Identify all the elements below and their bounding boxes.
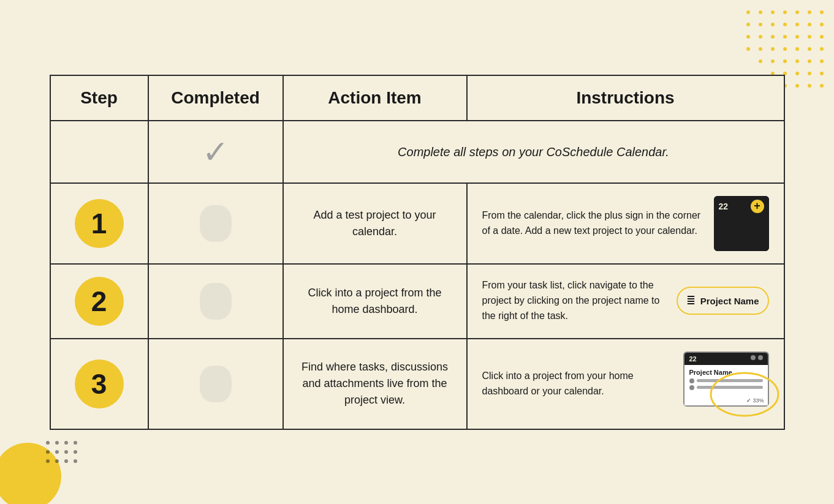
calendar-plus-icon: + [751, 200, 764, 213]
header-action-item: Action Item [283, 75, 467, 121]
svg-point-53 [64, 459, 68, 463]
svg-point-8 [759, 23, 762, 26]
checkbox-empty-1 [200, 205, 232, 242]
svg-point-29 [771, 59, 775, 63]
checkbox-empty-2 [200, 283, 232, 320]
row1-action-text: Add a test project to your calendar. [313, 209, 436, 238]
svg-point-45 [64, 441, 68, 445]
row3-action-text: Find where tasks, discussions and attach… [301, 361, 448, 406]
svg-point-37 [808, 72, 811, 75]
svg-point-25 [795, 47, 799, 51]
row3-completed-cell [148, 339, 283, 429]
svg-point-10 [783, 23, 787, 26]
main-table-wrapper: Step Completed Action Item Instructions … [50, 75, 785, 430]
svg-point-5 [808, 10, 811, 14]
row-1: 1 Add a test project to your calendar. F… [50, 183, 784, 264]
svg-point-44 [55, 441, 59, 445]
svg-point-42 [820, 84, 824, 88]
svg-point-13 [820, 23, 824, 26]
svg-point-20 [820, 35, 824, 39]
intro-step-cell [50, 121, 148, 183]
pv-date: 22 [689, 355, 697, 363]
project-pill-illustration: ≣ Project Name [677, 287, 769, 315]
svg-point-26 [808, 47, 811, 51]
svg-point-15 [759, 35, 762, 39]
row3-instructions-text: Click into a project from your home dash… [482, 369, 671, 399]
pv-dot1 [751, 355, 756, 360]
svg-point-21 [746, 47, 750, 51]
step-2-number: 2 [91, 285, 107, 318]
pv-header-icons [751, 355, 763, 363]
row1-instructions-inner: From the calendar, click the plus sign i… [482, 196, 769, 251]
svg-point-9 [771, 23, 775, 26]
svg-point-24 [783, 47, 787, 51]
svg-point-19 [808, 35, 811, 39]
svg-point-12 [808, 23, 811, 26]
row2-completed-cell [148, 264, 283, 339]
page-container: // dots will be rendered via SVG circles… [0, 0, 834, 504]
svg-point-0 [746, 10, 750, 14]
pv-task-dot-1 [689, 378, 694, 383]
svg-point-33 [820, 59, 824, 63]
svg-point-50 [74, 450, 77, 454]
row1-completed-cell [148, 183, 283, 264]
pv-header: 22 [684, 353, 768, 365]
svg-point-40 [795, 84, 799, 88]
svg-point-32 [808, 59, 811, 63]
pv-dot2 [758, 355, 763, 360]
checkmark-icon: ✓ [202, 134, 229, 170]
svg-point-41 [808, 84, 811, 88]
row1-instructions-cell: From the calendar, click the plus sign i… [467, 183, 784, 264]
row2-instructions-text: From your task list, click navigate to t… [482, 278, 664, 323]
step-2-circle: 2 [75, 277, 124, 326]
row1-action-cell: Add a test project to your calendar. [283, 183, 467, 264]
project-view-wrapper: 22 Project Name [683, 352, 769, 407]
svg-point-51 [46, 459, 50, 463]
svg-point-54 [74, 459, 77, 463]
svg-point-4 [795, 10, 799, 14]
step-1-number: 1 [91, 207, 107, 240]
task-list-icon: ≣ [686, 294, 696, 307]
step-3-circle: 3 [75, 359, 124, 408]
svg-point-31 [795, 59, 799, 63]
svg-point-1 [759, 10, 762, 14]
step-1-circle: 1 [75, 199, 124, 248]
calendar-illustration: 22 + [714, 196, 769, 251]
row3-instructions-inner: Click into a project from your home dash… [482, 352, 769, 416]
svg-point-48 [55, 450, 59, 454]
table-header-row: Step Completed Action Item Instructions [50, 75, 784, 121]
svg-point-23 [771, 47, 775, 51]
svg-point-27 [820, 47, 824, 51]
svg-point-3 [783, 10, 787, 14]
row3-instructions-cell: Click into a project from your home dash… [467, 339, 784, 429]
header-instructions: Instructions [467, 75, 784, 121]
row2-action-cell: Click into a project from the home dashb… [283, 264, 467, 339]
row2-instructions-cell: From your task list, click navigate to t… [467, 264, 784, 339]
main-table: Step Completed Action Item Instructions … [50, 75, 785, 430]
intro-action-cell: Complete all steps on your CoSchedule Ca… [283, 121, 784, 183]
svg-point-22 [759, 47, 762, 51]
svg-point-49 [64, 450, 68, 454]
row-3: 3 Find where tasks, discussions and atta… [50, 339, 784, 429]
svg-point-28 [759, 59, 762, 63]
svg-point-11 [795, 23, 799, 26]
step-3-number: 3 [91, 367, 107, 401]
svg-point-6 [820, 10, 824, 14]
project-view-ring [708, 370, 781, 419]
svg-point-30 [783, 59, 787, 63]
row3-action-cell: Find where tasks, discussions and attach… [283, 339, 467, 429]
svg-point-2 [771, 10, 775, 14]
row1-instructions-text: From the calendar, click the plus sign i… [482, 208, 702, 239]
svg-point-55 [711, 373, 778, 416]
svg-point-7 [746, 23, 750, 26]
decorative-dots-bottom-left [42, 437, 85, 467]
svg-point-46 [74, 441, 77, 445]
svg-point-43 [46, 441, 50, 445]
row-2: 2 Click into a project from the home das… [50, 264, 784, 339]
svg-point-17 [783, 35, 787, 39]
intro-action-text: Complete all steps on your CoSchedule Ca… [398, 145, 669, 159]
svg-point-18 [795, 35, 799, 39]
svg-point-38 [820, 72, 824, 75]
svg-point-36 [795, 72, 799, 75]
checkbox-empty-3 [200, 366, 232, 402]
